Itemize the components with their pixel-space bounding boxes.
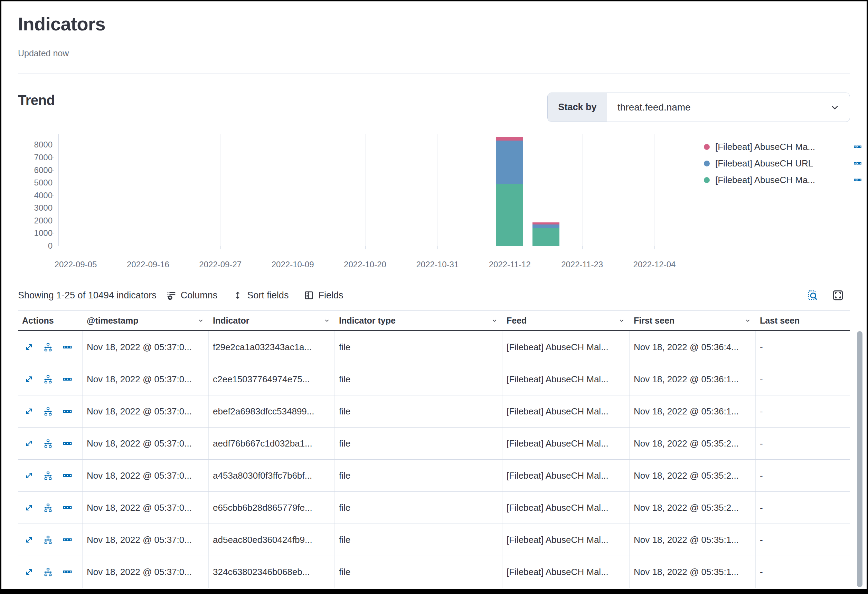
fields-button[interactable]: Fields (304, 290, 343, 301)
investigate-timeline-icon[interactable] (43, 503, 53, 513)
x-axis-tick-label: 2022-11-12 (489, 260, 531, 270)
x-tick-mark (76, 246, 76, 249)
last-seen-cell: - (756, 395, 852, 427)
columns-icon (166, 290, 177, 301)
legend-more-actions-icon[interactable] (853, 175, 862, 184)
expand-row-icon[interactable] (24, 374, 34, 384)
column-header-feed[interactable]: Feed (502, 311, 630, 330)
more-actions-icon[interactable] (62, 342, 72, 352)
expand-row-icon[interactable] (24, 407, 34, 416)
vertical-gridline (76, 134, 76, 246)
column-header-timestamp[interactable]: @timestamp (83, 311, 209, 330)
table-header-row: Actions @timestamp Indicator Indicator t… (18, 311, 850, 331)
expand-row-icon[interactable] (24, 567, 34, 577)
investigate-timeline-icon[interactable] (43, 470, 53, 481)
expand-row-icon[interactable] (24, 535, 34, 545)
column-header-indicator-type[interactable]: Indicator type (335, 311, 502, 330)
legend-item[interactable]: [Filebeat] AbuseCH Ma... (704, 139, 862, 155)
more-actions-icon[interactable] (62, 438, 72, 449)
more-actions-icon[interactable] (62, 503, 72, 513)
indicator-cell: ad5eac80ed360424fb9... (209, 524, 335, 556)
investigate-timeline-icon[interactable] (43, 438, 53, 449)
expand-row-icon[interactable] (24, 471, 34, 481)
investigate-timeline-icon[interactable] (43, 374, 53, 385)
investigate-timeline-icon[interactable] (43, 567, 53, 577)
indicator-cell: f29e2ca1a032343ac1a... (209, 331, 335, 363)
stack-by-select[interactable]: Stack by threat.feed.name (547, 93, 850, 122)
legend-more-actions-icon[interactable] (853, 142, 862, 151)
vertical-scrollbar[interactable] (857, 331, 862, 587)
last-seen-cell: - (756, 460, 852, 491)
chevron-down-icon[interactable] (488, 317, 498, 324)
more-actions-icon[interactable] (62, 535, 72, 545)
chevron-down-icon[interactable] (194, 317, 205, 324)
header-divider (18, 74, 850, 74)
x-axis-tick-label: 2022-09-16 (127, 260, 169, 270)
timestamp-cell: Nov 18, 2022 @ 05:37:0... (83, 395, 209, 427)
investigate-timeline-icon[interactable] (43, 535, 53, 545)
vertical-gridline (365, 134, 366, 246)
y-axis-tick-label: 1000 (28, 228, 53, 238)
more-actions-icon[interactable] (62, 567, 72, 577)
chevron-down-icon[interactable] (615, 317, 626, 324)
chevron-down-icon (829, 93, 850, 122)
bar-segment[interactable] (496, 184, 523, 246)
feed-cell: [Filebeat] AbuseCH Mal... (502, 524, 630, 556)
table-row: Nov 18, 2022 @ 05:37:0... c2ee1503776497… (18, 363, 850, 395)
investigate-timeline-icon[interactable] (43, 406, 53, 417)
legend-more-actions-icon[interactable] (853, 159, 862, 168)
last-seen-cell: - (756, 427, 852, 459)
column-header-last-seen[interactable]: Last seen (756, 311, 852, 330)
expand-row-icon[interactable] (24, 503, 34, 513)
bar-segment[interactable] (496, 140, 523, 184)
last-seen-cell: - (756, 363, 852, 395)
timestamp-cell: Nov 18, 2022 @ 05:37:0... (83, 556, 209, 588)
y-axis-tick-label: 4000 (28, 191, 53, 200)
table-row: Nov 18, 2022 @ 05:37:0... aedf76b667c1d0… (18, 427, 850, 460)
bar-segment[interactable] (533, 228, 559, 246)
investigate-timeline-icon[interactable] (43, 342, 53, 352)
x-axis-tick-label: 2022-10-09 (272, 260, 314, 270)
x-tick-mark (510, 246, 510, 249)
chevron-down-icon[interactable] (320, 317, 331, 324)
more-actions-icon[interactable] (62, 374, 72, 385)
vertical-gridline (582, 134, 583, 246)
more-actions-icon[interactable] (62, 406, 72, 417)
columns-button[interactable]: Columns (166, 290, 218, 301)
legend-item[interactable]: [Filebeat] AbuseCH URL (704, 155, 862, 172)
bar-segment[interactable] (533, 223, 559, 224)
feed-cell: [Filebeat] AbuseCH Mal... (502, 460, 630, 491)
bar-segment[interactable] (533, 224, 559, 228)
more-actions-icon[interactable] (62, 470, 72, 481)
y-axis-tick-label: 2000 (28, 216, 53, 226)
trend-chart: 0100020003000400050006000700080002022-09… (18, 131, 850, 275)
legend-label: [Filebeat] AbuseCH Ma... (715, 141, 849, 152)
legend-color-dot (704, 144, 710, 150)
inspect-icon[interactable] (806, 289, 818, 301)
legend-item[interactable]: [Filebeat] AbuseCH Ma... (704, 172, 862, 188)
column-header-first-seen[interactable]: First seen (630, 311, 756, 330)
column-header-indicator[interactable]: Indicator (209, 311, 335, 330)
expand-row-icon[interactable] (24, 342, 34, 352)
y-axis-tick-label: 5000 (28, 178, 53, 187)
actions-cell (18, 492, 83, 523)
timestamp-cell: Nov 18, 2022 @ 05:37:0... (83, 492, 209, 523)
bar-segment[interactable] (496, 137, 523, 140)
sort-fields-button[interactable]: Sort fields (233, 290, 289, 301)
indicator-type-cell: file (335, 427, 502, 459)
stack-by-label: Stack by (548, 93, 607, 122)
indicator-cell: ebef2a6983dfcc534899... (209, 395, 335, 427)
y-axis-tick-label: 0 (28, 241, 53, 251)
vertical-gridline (437, 134, 438, 246)
actions-cell (18, 395, 83, 427)
indicator-cell: aedf76b667c1d032ba1... (209, 427, 335, 459)
fields-label: Fields (318, 290, 343, 301)
x-axis-tick-label: 2022-10-31 (416, 260, 459, 270)
fullscreen-icon[interactable] (832, 289, 844, 301)
expand-row-icon[interactable] (24, 439, 34, 448)
feed-cell: [Filebeat] AbuseCH Mal... (502, 331, 630, 363)
indicator-cell: a453a8030f0f3ffc7b6bf... (209, 460, 335, 491)
table-row: Nov 18, 2022 @ 05:37:0... e65cbb6b28d865… (18, 492, 850, 524)
x-tick-mark (148, 246, 148, 249)
chevron-down-icon[interactable] (741, 317, 751, 324)
